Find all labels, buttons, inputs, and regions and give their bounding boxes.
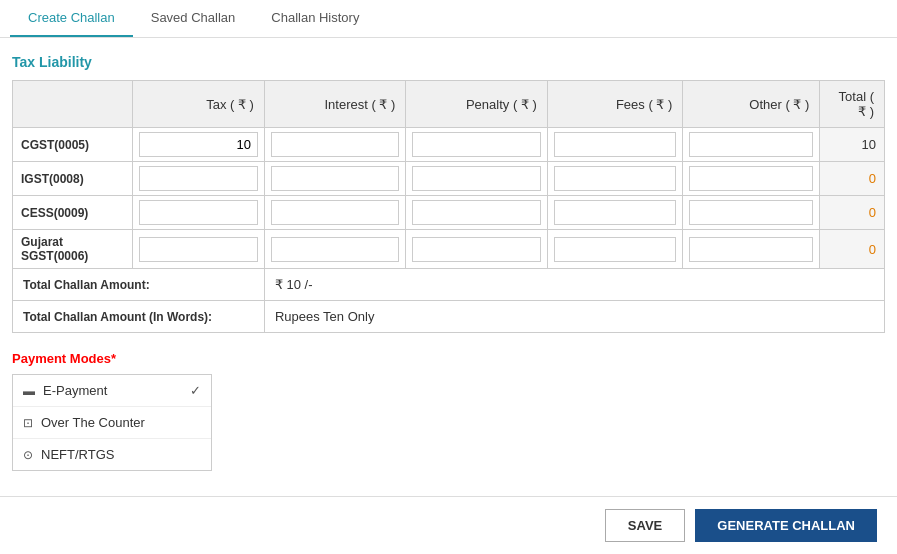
- tabs-bar: Create Challan Saved Challan Challan His…: [0, 0, 897, 38]
- total-words-label: Total Challan Amount (In Words):: [13, 301, 265, 333]
- table-row: IGST(0008)0: [13, 162, 885, 196]
- payment-option-neft-rtgs[interactable]: ⊙NEFT/RTGS: [13, 439, 211, 470]
- cell-other: [683, 128, 820, 162]
- tab-challan-history[interactable]: Challan History: [253, 0, 377, 37]
- payment-dropdown: ▬E-Payment✓⊡Over The Counter⊙NEFT/RTGS: [12, 374, 212, 471]
- input-interest[interactable]: [271, 166, 399, 191]
- input-interest[interactable]: [271, 200, 399, 225]
- cell-total: 0: [820, 162, 885, 196]
- row-label: CESS(0009): [13, 196, 133, 230]
- input-fees[interactable]: [554, 166, 677, 191]
- payment-option-over-the-counter[interactable]: ⊡Over The Counter: [13, 407, 211, 439]
- required-star: *: [111, 351, 116, 366]
- input-penalty[interactable]: [412, 237, 540, 262]
- col-header-label: [13, 81, 133, 128]
- input-interest[interactable]: [271, 132, 399, 157]
- input-fees[interactable]: [554, 132, 677, 157]
- payment-option-e-payment[interactable]: ▬E-Payment✓: [13, 375, 211, 407]
- input-other[interactable]: [689, 132, 813, 157]
- input-fees[interactable]: [554, 200, 677, 225]
- tax-table: Tax ( ₹ ) Interest ( ₹ ) Penalty ( ₹ ) F…: [12, 80, 885, 333]
- cell-interest: [264, 162, 405, 196]
- col-header-tax: Tax ( ₹ ): [133, 81, 265, 128]
- cell-other: [683, 230, 820, 269]
- input-other[interactable]: [689, 166, 813, 191]
- cell-penalty: [406, 162, 547, 196]
- over-the-counter-icon: ⊡: [23, 416, 33, 430]
- input-tax[interactable]: [139, 166, 258, 191]
- input-fees[interactable]: [554, 237, 677, 262]
- e-payment-icon: ▬: [23, 384, 35, 398]
- total-amount-label: Total Challan Amount:: [13, 269, 265, 301]
- input-penalty[interactable]: [412, 166, 540, 191]
- input-tax[interactable]: [139, 132, 258, 157]
- input-tax[interactable]: [139, 200, 258, 225]
- section-title: Tax Liability: [12, 54, 885, 70]
- row-label: Gujarat SGST(0006): [13, 230, 133, 269]
- cell-tax: [133, 230, 265, 269]
- neft-rtgs-icon: ⊙: [23, 448, 33, 462]
- cell-penalty: [406, 230, 547, 269]
- cell-tax: [133, 128, 265, 162]
- cell-other: [683, 196, 820, 230]
- table-header-row: Tax ( ₹ ) Interest ( ₹ ) Penalty ( ₹ ) F…: [13, 81, 885, 128]
- cell-interest: [264, 128, 405, 162]
- tab-saved-challan[interactable]: Saved Challan: [133, 0, 254, 37]
- total-amount-value: ₹ 10 /-: [264, 269, 884, 301]
- col-header-fees: Fees ( ₹ ): [547, 81, 683, 128]
- cell-other: [683, 162, 820, 196]
- row-label: CGST(0005): [13, 128, 133, 162]
- cell-tax: [133, 196, 265, 230]
- tab-create-challan[interactable]: Create Challan: [10, 0, 133, 37]
- main-content: Tax Liability Tax ( ₹ ) Interest ( ₹ ) P…: [0, 38, 897, 487]
- input-interest[interactable]: [271, 237, 399, 262]
- payment-modes-label: Payment Modes*: [12, 351, 885, 366]
- col-header-interest: Interest ( ₹ ): [264, 81, 405, 128]
- total-words-row: Total Challan Amount (In Words): Rupees …: [13, 301, 885, 333]
- over-the-counter-label: Over The Counter: [41, 415, 145, 430]
- input-tax[interactable]: [139, 237, 258, 262]
- cell-interest: [264, 230, 405, 269]
- cell-penalty: [406, 196, 547, 230]
- cell-total: 10: [820, 128, 885, 162]
- col-header-other: Other ( ₹ ): [683, 81, 820, 128]
- total-amount-row: Total Challan Amount: ₹ 10 /-: [13, 269, 885, 301]
- cell-tax: [133, 162, 265, 196]
- payment-modes-section: Payment Modes* ▬E-Payment✓⊡Over The Coun…: [12, 351, 885, 471]
- input-penalty[interactable]: [412, 132, 540, 157]
- cell-interest: [264, 196, 405, 230]
- e-payment-label: E-Payment: [43, 383, 107, 398]
- table-row: CGST(0005)10: [13, 128, 885, 162]
- col-header-total: Total ( ₹ ): [820, 81, 885, 128]
- input-penalty[interactable]: [412, 200, 540, 225]
- cell-fees: [547, 230, 683, 269]
- row-label: IGST(0008): [13, 162, 133, 196]
- cell-fees: [547, 162, 683, 196]
- cell-penalty: [406, 128, 547, 162]
- input-other[interactable]: [689, 237, 813, 262]
- table-row: CESS(0009)0: [13, 196, 885, 230]
- cell-total: 0: [820, 230, 885, 269]
- neft-rtgs-label: NEFT/RTGS: [41, 447, 114, 462]
- col-header-penalty: Penalty ( ₹ ): [406, 81, 547, 128]
- selected-checkmark: ✓: [190, 383, 201, 398]
- cell-fees: [547, 196, 683, 230]
- cell-total: 0: [820, 196, 885, 230]
- table-row: Gujarat SGST(0006)0: [13, 230, 885, 269]
- total-words-value: Rupees Ten Only: [264, 301, 884, 333]
- payment-label-text: Payment Modes: [12, 351, 111, 366]
- input-other[interactable]: [689, 200, 813, 225]
- cell-fees: [547, 128, 683, 162]
